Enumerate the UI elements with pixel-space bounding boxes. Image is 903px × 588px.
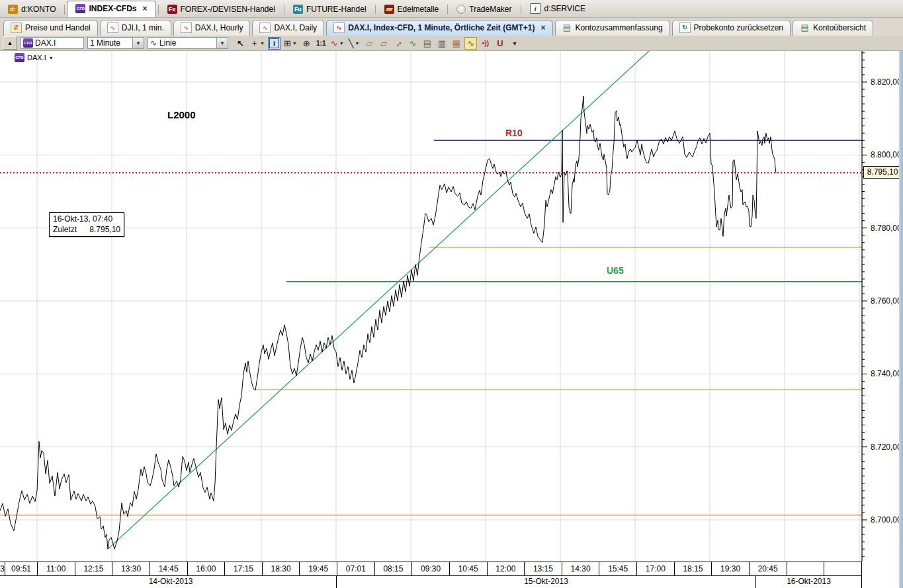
doc-tab-preise-und-handel[interactable]: ⇵Preise und Handel: [3, 20, 98, 36]
chart-style-select[interactable]: ∿ Linie ▼: [148, 37, 228, 49]
tab-divider: [375, 5, 376, 15]
annotation-u65: U65: [607, 265, 624, 276]
chevron-down-icon[interactable]: ▼: [49, 56, 54, 60]
time-label: 3: [0, 562, 5, 575]
fu-icon: Fu: [293, 5, 303, 14]
magnet-icon[interactable]: U: [494, 37, 506, 50]
trendline-tool-icon[interactable]: ╲▼: [347, 37, 361, 50]
copy-chart-icon[interactable]: ▥: [435, 37, 448, 50]
doc-tab-konto-bersicht[interactable]: ▤Kontoübersicht: [793, 20, 873, 36]
time-label: 12:00: [488, 562, 525, 575]
collapse-panel-button[interactable]: ▲: [3, 36, 17, 50]
time-label: 14:30: [562, 562, 600, 575]
time-label: 12:15: [75, 562, 113, 575]
chevron-down-icon[interactable]: ▼: [216, 38, 228, 48]
dk-icon: d:: [8, 5, 18, 14]
tab-label: Preise und Handel: [25, 23, 91, 32]
info-icon[interactable]: i: [268, 37, 280, 50]
cfd-icon: CFD: [15, 53, 24, 62]
chart-legend[interactable]: CFD DAX.I ▼: [15, 53, 54, 62]
indicator-wave-icon[interactable]: ∿▼: [329, 37, 345, 50]
time-label: 19:45: [300, 562, 337, 575]
tab-label: Edelmetalle: [398, 5, 439, 14]
app-tab-future-handel[interactable]: FuFUTURE-Handel: [286, 2, 373, 17]
time-label: 17:15: [225, 562, 263, 575]
app-tab-d-service[interactable]: id:SERVICE: [523, 1, 592, 17]
crosshair-icon[interactable]: ＋▼: [249, 37, 266, 50]
chart-canvas[interactable]: 8.820,008.800,008.780,008.760,008.740,00…: [0, 51, 903, 562]
tab-label: DJI.I, 1 min.: [122, 23, 164, 32]
eraser-icon[interactable]: ▱: [363, 37, 375, 50]
time-label: 14:45: [150, 562, 188, 575]
svg-text:8.780,00: 8.780,00: [871, 224, 902, 233]
tab-label: TradeMaker: [469, 5, 511, 14]
chart-template-icon[interactable]: ▦: [450, 37, 462, 50]
time-label: 18:30: [263, 562, 300, 575]
doc-tab-dax-i-index-cfd-1-minute-rtliche-zeit-gm[interactable]: ∿DAX.I, Index-CFD, 1 Minute, Örtliche Ze…: [326, 20, 552, 36]
document-tab-bar: ⇵Preise und Handel∿DJI.I, 1 min.∿DAX.I, …: [0, 19, 903, 36]
close-icon[interactable]: ×: [142, 4, 147, 13]
date-spacer: [0, 576, 5, 588]
tab-label: FOREX-/DEVISEN-Handel: [181, 5, 275, 14]
close-icon[interactable]: ×: [540, 23, 545, 32]
time-label: 16:00: [188, 562, 226, 575]
svg-text:8.760,00: 8.760,00: [871, 296, 902, 306]
app-tab-edelmetalle[interactable]: Edelmetalle: [378, 2, 446, 17]
app-tab-forex-devisen-handel[interactable]: FxFOREX-/DEVISEN-Handel: [161, 2, 282, 17]
doc-tab-dji-i-1-min[interactable]: ∿DJI.I, 1 min.: [100, 20, 171, 36]
time-label: 10:45: [450, 562, 488, 575]
doc-tab-probekonto-zur-cksetzen[interactable]: ↻Probekonto zurücksetzen: [672, 20, 791, 36]
svg-text:8.820,00: 8.820,00: [871, 77, 902, 87]
time-label: 13:30: [112, 562, 150, 575]
chart-window: 8.820,008.800,008.780,008.760,008.740,00…: [0, 51, 903, 588]
overflow-icon[interactable]: ▾: [508, 37, 521, 50]
alert-icon[interactable]: •)): [479, 37, 492, 50]
time-label: 18:15: [675, 562, 712, 575]
app-tab-trademaker[interactable]: TradeMaker: [450, 2, 518, 17]
tab-label: DAX.I, Index-CFD, 1 Minute, Örtliche Zei…: [348, 23, 535, 32]
chart-icon: ∿: [107, 22, 118, 33]
grid-icon[interactable]: ⊞▼: [282, 37, 298, 50]
symbol-input[interactable]: CFD DAX.I: [21, 37, 84, 49]
tab-label: INDEX-CFDs: [89, 4, 136, 13]
svg-text:8.700,00: 8.700,00: [871, 515, 902, 525]
tooltip-value: 8.795,10: [89, 225, 120, 234]
date-label: 14-Okt-2013: [5, 576, 337, 588]
doc-tab-dax-i-daily[interactable]: ∿DAX.I, Daily: [252, 20, 324, 36]
zoom-in-icon[interactable]: ⊕: [300, 37, 313, 50]
one-to-one-icon[interactable]: 1:1: [315, 37, 327, 50]
interval-select[interactable]: 1 Minute ▼: [87, 37, 144, 49]
tab-divider: [64, 5, 65, 15]
last-value-tooltip: 16-Okt-13, 07:40 Zuletzt 8.795,10: [49, 212, 124, 237]
app-tab-d-konto[interactable]: d:d:KONTO: [1, 2, 62, 17]
doc-tab-dax-i-hourly[interactable]: ∿DAX.I, Hourly: [173, 20, 251, 36]
bulb-icon: [456, 5, 466, 14]
price-series: [0, 96, 776, 549]
time-cell-empty: [824, 562, 862, 575]
tooltip-label: Zuletzt: [53, 225, 77, 234]
eraser-all-icon[interactable]: ▱: [377, 37, 390, 50]
zigzag-colors-icon[interactable]: ∿: [406, 37, 419, 50]
resize-arrows-icon[interactable]: ↔: [392, 37, 404, 50]
chart-icon: ∿: [259, 22, 271, 33]
chart-toolbar: ▲ CFD DAX.I 1 Minute ▼ ∿ Linie ▼ ↖＋▼i⊞▼⊕…: [0, 36, 903, 51]
svg-text:8.800,00: 8.800,00: [871, 150, 902, 159]
date-label: 16-Okt-2013: [756, 576, 862, 588]
tab-divider: [447, 5, 448, 15]
reset-icon: ↻: [679, 22, 691, 33]
time-label: 09:51: [5, 562, 38, 575]
tab-label: d:SERVICE: [544, 4, 585, 13]
chart-icon: ∿: [333, 22, 345, 33]
chevron-down-icon[interactable]: ▼: [132, 38, 144, 48]
annotation-l2000: L2000: [167, 109, 196, 120]
tab-divider: [284, 5, 284, 15]
doc-tab-kontozusammenfassung[interactable]: ▤Kontozusammenfassung: [555, 20, 670, 36]
tooltip-timestamp: 16-Okt-13, 07:40: [50, 213, 124, 224]
wave-active-icon[interactable]: ∿: [464, 37, 477, 50]
paste-chart-icon[interactable]: ▤: [421, 37, 433, 50]
annotation-r10: R10: [505, 128, 523, 138]
app-tab-index-cfds[interactable]: CFDINDEX-CFDs×: [67, 1, 155, 17]
cursor-icon[interactable]: ↖: [234, 37, 247, 50]
symbol-value: DAX.I: [35, 38, 56, 48]
time-axis[interactable]: 309:5111:0012:1513:3014:4516:0017:1518:3…: [0, 562, 862, 576]
